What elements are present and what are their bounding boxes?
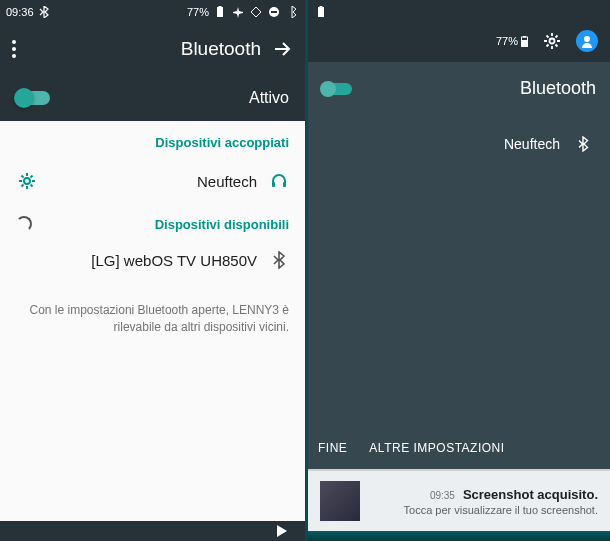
paired-device-row[interactable]: Neuftech [0,156,305,206]
bluetooth-device-icon [269,250,289,270]
svg-rect-0 [217,7,223,17]
battery-icon [314,5,328,19]
airplane-icon [231,5,245,19]
overflow-menu-icon[interactable] [12,38,34,60]
notification-subtitle: Tocca per visualizzare il tuo screenshot… [370,504,598,516]
diamond-icon [249,5,263,19]
headphones-icon [269,171,289,191]
more-settings-button[interactable]: ALTRE IMPOSTAZIONI [369,441,504,455]
svg-rect-6 [283,182,286,187]
navbar-left [0,521,305,541]
svg-rect-13 [523,36,526,38]
notification-time: 09:35 [430,490,455,501]
battery-pct: 77% [187,6,209,18]
paired-device-name: Neuftech [38,173,269,190]
avatar-icon[interactable] [576,30,598,52]
qs-device-row[interactable]: Neuftech [308,115,610,173]
info-text: Con le impostazioni Bluetooth aperte, LE… [0,284,305,354]
available-device-row[interactable]: [LG] webOS TV UH850V [0,236,305,284]
svg-point-10 [550,39,555,44]
qs-device-name: Neuftech [326,136,574,152]
available-section-row: Dispositivi disponibili [0,206,305,236]
toggle-label: Attivo [50,89,289,107]
phone-left: 09:36 77% Blu [0,0,305,541]
notification-thumbnail [320,481,360,521]
gear-icon[interactable] [16,170,38,192]
content-area: Dispositivi accoppiati Neuftech Disposit… [0,121,305,521]
dnd-icon [267,5,281,19]
qs-bluetooth-header: Bluetooth [308,62,610,115]
svg-rect-1 [219,6,222,8]
battery-indicator: 77% [496,35,528,47]
paired-section-header: Dispositivi accoppiati [0,121,305,156]
qs-actions: FINE ALTRE IMPOSTAZIONI [308,427,610,469]
done-button[interactable]: FINE [318,441,347,455]
page-title: Bluetooth [34,38,261,60]
svg-rect-8 [320,6,323,8]
qs-toggle-switch[interactable] [322,83,352,95]
app-header-left: Bluetooth [0,24,305,74]
qs-title: Bluetooth [352,78,596,99]
available-device-name: [LG] webOS TV UH850V [38,252,269,269]
bluetooth-icon [37,5,51,19]
toggle-switch[interactable] [16,91,50,105]
statusbar-right [308,0,610,24]
bluetooth-icon [574,135,592,153]
notification-card[interactable]: 09:35 Screenshot acquisito. Tocca per vi… [308,469,610,531]
quicksettings-top: 77% [308,24,610,62]
svg-rect-3 [271,11,277,13]
battery-icon [213,5,227,19]
svg-point-9 [584,36,590,42]
loading-spinner-icon [16,216,32,232]
svg-rect-12 [522,40,527,46]
navbar-right [308,531,610,541]
clock: 09:36 [6,6,34,18]
notification-title: Screenshot acquisito. [463,487,598,502]
nav-triangle-icon[interactable] [277,525,287,537]
svg-point-4 [24,178,30,184]
svg-rect-5 [272,182,275,187]
available-section-header: Dispositivi disponibili [32,217,289,232]
svg-rect-7 [318,7,324,17]
qs-body: Neuftech FINE ALTRE IMPOSTAZIONI [308,115,610,469]
settings-gear-icon[interactable] [542,31,562,51]
back-arrow-icon[interactable] [271,38,293,60]
bluetooth-status-icon [285,5,299,19]
phone-right: 77% Bluetooth Neuftech FINE ALTRE IMPOST… [305,0,610,541]
bluetooth-toggle-row[interactable]: Attivo [0,74,305,121]
statusbar-left: 09:36 77% [0,0,305,24]
